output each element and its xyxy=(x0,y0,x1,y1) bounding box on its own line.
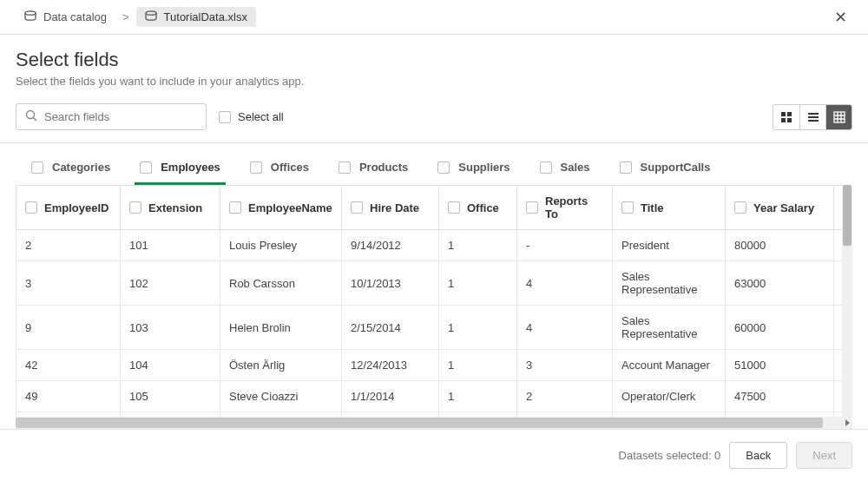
column-label: EmployeeID xyxy=(44,201,108,214)
column-header[interactable]: Hire Date xyxy=(342,186,439,230)
breadcrumb-separator: > xyxy=(122,10,129,23)
column-header[interactable]: Title xyxy=(613,186,726,230)
tab-checkbox[interactable] xyxy=(620,161,632,174)
svg-point-2 xyxy=(27,111,35,119)
cell: 63000 xyxy=(726,261,834,306)
svg-point-0 xyxy=(25,11,36,15)
select-all[interactable]: Select all xyxy=(219,110,284,123)
cell: 101 xyxy=(121,230,220,261)
tab-label: Sales xyxy=(561,161,590,174)
scroll-thumb[interactable] xyxy=(843,185,852,246)
close-icon[interactable]: ✕ xyxy=(829,8,852,27)
tab-label: Employees xyxy=(161,161,220,174)
cell: 10/1/2013 xyxy=(342,261,439,306)
svg-point-1 xyxy=(146,11,156,15)
cell: Rob Carsson xyxy=(220,261,342,306)
cell: Sales Representative xyxy=(613,261,726,306)
cell: Louis Presley xyxy=(220,230,342,261)
tab-checkbox[interactable] xyxy=(250,161,262,174)
column-header[interactable]: Extension xyxy=(121,186,220,230)
cell: Östen Ärlig xyxy=(220,350,342,381)
breadcrumb-current[interactable]: TutorialData.xlsx xyxy=(136,7,256,27)
column-label: Title xyxy=(641,201,664,214)
column-header[interactable]: EmployeeName xyxy=(220,186,342,230)
cell: 105 xyxy=(121,381,220,412)
tab-offices[interactable]: Offices xyxy=(245,152,314,185)
page-subtitle: Select the fields you want to include in… xyxy=(16,75,852,88)
tab-checkbox[interactable] xyxy=(140,161,152,174)
list-view-icon[interactable] xyxy=(799,105,825,129)
svg-rect-5 xyxy=(787,112,792,116)
cell: 1 xyxy=(439,230,517,261)
table-row[interactable]: 9103Helen Brolin2/15/201414Sales Represe… xyxy=(16,306,853,350)
table-row[interactable]: 42104Östen Ärlig12/24/201313Account Mana… xyxy=(16,350,853,381)
cell: 2 xyxy=(517,381,613,412)
page-title: Select fields xyxy=(16,49,852,71)
column-checkbox[interactable] xyxy=(351,201,363,214)
column-label: Reports To xyxy=(545,194,603,221)
breadcrumb-current-label: TutorialData.xlsx xyxy=(164,10,247,23)
tab-supportcalls[interactable]: SupportCalls xyxy=(615,152,716,185)
column-header[interactable]: Year Salary xyxy=(726,186,834,230)
cell: 104 xyxy=(121,350,220,381)
tab-employees[interactable]: Employees xyxy=(135,152,226,185)
footer: Datasets selected: 0 Back Next xyxy=(0,429,868,481)
database-icon xyxy=(145,10,157,23)
cell: Sales Representative xyxy=(613,306,726,350)
cell: Steve Cioazzi xyxy=(220,381,342,412)
column-checkbox[interactable] xyxy=(621,201,634,214)
tab-checkbox[interactable] xyxy=(437,161,450,174)
cell: Helen Brolin xyxy=(220,306,342,350)
svg-rect-7 xyxy=(787,118,792,122)
column-label: Office xyxy=(467,201,499,214)
cell: 60000 xyxy=(726,306,834,350)
tab-checkbox[interactable] xyxy=(31,161,43,174)
tab-sales[interactable]: Sales xyxy=(535,152,595,185)
cell: 103 xyxy=(121,306,220,350)
tab-suppliers[interactable]: Suppliers xyxy=(432,152,515,185)
svg-rect-4 xyxy=(781,112,786,116)
select-all-checkbox[interactable] xyxy=(219,111,231,123)
vertical-scrollbar[interactable] xyxy=(842,185,852,417)
table-row[interactable]: 49105Steve Cioazzi1/1/201412Operator/Cle… xyxy=(16,381,853,412)
cell: Operator/Clerk xyxy=(613,381,726,412)
cell: President xyxy=(613,230,726,261)
cell: 1 xyxy=(439,350,517,381)
column-header[interactable]: EmployeeID xyxy=(16,186,121,230)
column-checkbox[interactable] xyxy=(129,201,141,214)
cell: - xyxy=(517,230,613,261)
data-grid: EmployeeIDExtensionEmployeeNameHire Date… xyxy=(0,185,868,417)
breadcrumb-root-label: Data catalog xyxy=(43,10,107,23)
view-toggle xyxy=(773,104,852,130)
column-checkbox[interactable] xyxy=(25,201,37,214)
column-checkbox[interactable] xyxy=(229,201,241,214)
table-view-icon[interactable] xyxy=(825,105,852,129)
tab-categories[interactable]: Categories xyxy=(26,152,115,185)
cell: 12/24/2013 xyxy=(342,350,439,381)
cell: 3 xyxy=(517,350,613,381)
cell: 3 xyxy=(16,261,121,306)
table-row[interactable]: 3102Rob Carsson10/1/201314Sales Represen… xyxy=(16,261,853,306)
tab-products[interactable]: Products xyxy=(333,152,413,185)
column-header[interactable]: Office xyxy=(439,186,517,230)
column-checkbox[interactable] xyxy=(734,201,746,214)
tab-checkbox[interactable] xyxy=(540,161,552,174)
cell: 80000 xyxy=(726,230,834,261)
search-input[interactable] xyxy=(44,110,197,123)
page-header: Select fields Select the fields you want… xyxy=(0,35,868,96)
grid-view-icon[interactable] xyxy=(773,105,799,129)
cell: 47500 xyxy=(726,381,834,412)
tab-checkbox[interactable] xyxy=(339,161,351,174)
cell: 1 xyxy=(439,261,517,306)
back-button[interactable]: Back xyxy=(729,442,787,469)
column-checkbox[interactable] xyxy=(448,201,460,214)
cell: 4 xyxy=(517,306,613,350)
scroll-thumb[interactable] xyxy=(16,418,823,428)
table-row[interactable]: 2101Louis Presley9/14/20121-President800… xyxy=(16,230,853,261)
horizontal-scrollbar[interactable] xyxy=(16,417,852,429)
column-checkbox[interactable] xyxy=(526,201,538,214)
tab-label: Suppliers xyxy=(458,161,510,174)
breadcrumb-root[interactable]: Data catalog xyxy=(16,7,115,27)
search-input-wrapper[interactable] xyxy=(16,103,207,130)
column-header[interactable]: Reports To xyxy=(517,186,613,230)
